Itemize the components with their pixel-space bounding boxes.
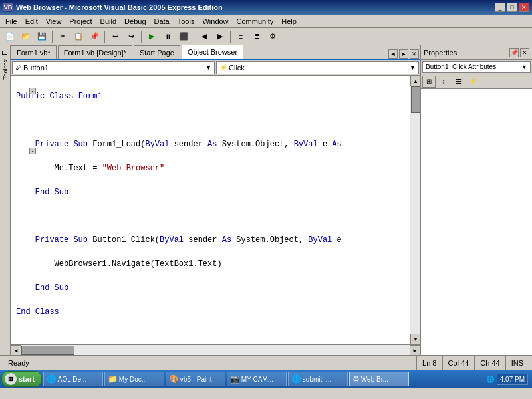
nav-back-button[interactable]: ◀ <box>197 29 211 44</box>
props-close-button[interactable]: ✕ <box>520 48 529 57</box>
code-line-8: WebBrowser1.Navigate(TextBox1.Text) <box>16 259 222 269</box>
h-scroll-thumb[interactable] <box>21 346 74 355</box>
code-content[interactable]: Public Class Form1 Private Sub Form1_Loa… <box>11 76 410 344</box>
taskbar-icon-5: ⚙ <box>352 374 360 384</box>
scroll-right-arrow[interactable]: ► <box>410 345 420 356</box>
taskbar-icon-2: 🎨 <box>169 374 179 384</box>
maximize-button[interactable]: □ <box>507 3 517 12</box>
status-ln: Ln 8 <box>417 356 442 370</box>
tab-start-page[interactable]: Start Page <box>134 45 180 59</box>
scroll-thumb[interactable] <box>411 86 420 113</box>
menu-tools[interactable]: Tools <box>174 16 199 27</box>
props-grid-view-button[interactable]: ⊞ <box>422 76 436 88</box>
dropdown-bar: 🖊 Button1 ▼ ⚡ Click ▼ <box>11 60 420 76</box>
collapse-btn-1[interactable]: - <box>29 88 36 94</box>
toolbox-tab[interactable]: Toolbox <box>1 58 9 81</box>
tab-object-browser[interactable]: Object Browser <box>182 45 243 59</box>
toolbar-separator-2 <box>104 31 105 43</box>
taskbar: ⊞ start 🌐 AOL De... 📁 My Doc... 🎨 vb5 - … <box>0 370 532 388</box>
toolbar-extra-3[interactable]: ⚙ <box>265 29 280 44</box>
menu-help[interactable]: Help <box>277 16 301 27</box>
toolbar-separator-1 <box>52 31 53 43</box>
taskbar-label-2: vb5 - Paint <box>180 376 212 383</box>
status-ch: Ch 44 <box>475 356 505 370</box>
nav-forward-button[interactable]: ▶ <box>213 29 227 44</box>
collapse-btn-2[interactable]: - <box>29 148 36 154</box>
editor-v-scrollbar[interactable]: ▲ ▼ <box>410 76 420 344</box>
menu-build[interactable]: Build <box>96 16 120 27</box>
procedure-icon: ⚡ <box>219 64 227 71</box>
undo-button[interactable]: ↩ <box>108 29 122 44</box>
props-pin-button[interactable]: 📌 <box>509 48 519 57</box>
toolbar-separator-3 <box>141 31 142 43</box>
pause-button[interactable]: ⏸ <box>160 29 175 44</box>
props-properties-button[interactable]: ☰ <box>452 76 465 88</box>
tab-form1-design[interactable]: Form1.vb [Design]* <box>58 45 132 59</box>
taskbar-label-1: My Doc... <box>119 376 147 383</box>
props-sort-button[interactable]: ↕ <box>437 76 450 88</box>
taskbar-item-2[interactable]: 🎨 vb5 - Paint <box>166 372 225 386</box>
taskbar-label-5: Web Br... <box>361 376 388 383</box>
tab-close-icon[interactable]: ✕ <box>410 49 419 59</box>
object-icon: 🖊 <box>15 64 22 71</box>
menu-project[interactable]: Project <box>65 16 96 27</box>
title-bar-text: Web Browser - Microsoft Visual Basic 200… <box>16 3 223 11</box>
properties-dropdown[interactable]: Button1_Click Attributes ▼ <box>421 60 532 74</box>
properties-object-select[interactable]: Button1_Click Attributes ▼ <box>422 61 531 73</box>
error-list-tab[interactable]: E <box>1 48 9 58</box>
start-button[interactable]: ▶ <box>144 29 159 44</box>
close-button[interactable]: ✕ <box>519 3 529 12</box>
menu-community[interactable]: Community <box>233 16 278 27</box>
scroll-up-arrow[interactable]: ▲ <box>410 76 420 86</box>
editor-h-scrollbar[interactable]: ◄ ► <box>11 344 420 355</box>
paste-button[interactable]: 📌 <box>87 29 102 44</box>
new-project-button[interactable]: 📄 <box>3 29 17 44</box>
menu-file[interactable]: File <box>1 16 21 27</box>
toolbar-extra-1[interactable]: ≡ <box>233 29 248 44</box>
copy-button[interactable]: 📋 <box>71 29 86 44</box>
properties-panel: Properties 📌 ✕ Button1_Click Attributes … <box>420 45 532 355</box>
code-editor[interactable]: Public Class Form1 Private Sub Form1_Loa… <box>11 76 420 344</box>
status-col: Col 44 <box>443 356 475 370</box>
scroll-track <box>410 86 420 334</box>
procedure-dropdown[interactable]: ⚡ Click ▼ <box>216 61 419 74</box>
props-events-button[interactable]: ⚡ <box>466 76 479 88</box>
scroll-down-arrow[interactable]: ▼ <box>410 334 420 344</box>
object-dropdown[interactable]: 🖊 Button1 ▼ <box>12 61 215 74</box>
save-button[interactable]: 💾 <box>35 29 49 44</box>
menu-data[interactable]: Data <box>150 16 174 27</box>
taskbar-label-4: submit :... <box>303 376 331 383</box>
title-bar-buttons: _ □ ✕ <box>495 3 529 12</box>
procedure-dropdown-arrow: ▼ <box>410 65 416 71</box>
menu-bar: File Edit View Project Build Debug Data … <box>0 15 532 28</box>
taskbar-item-3[interactable]: 📷 MY CAM... <box>227 372 287 386</box>
stop-button[interactable]: ⬛ <box>176 29 191 44</box>
tab-scroll-left[interactable]: ◄ <box>388 49 398 59</box>
menu-window[interactable]: Window <box>198 16 232 27</box>
main-area: E Toolbox Form1.vb* Form1.vb [Design]* S… <box>0 45 532 355</box>
menu-debug[interactable]: Debug <box>120 16 150 27</box>
taskbar-item-5[interactable]: ⚙ Web Br... <box>349 372 409 386</box>
taskbar-item-0[interactable]: 🌐 AOL De... <box>43 372 103 386</box>
open-button[interactable]: 📂 <box>19 29 33 44</box>
properties-toolbar: ⊞ ↕ ☰ ⚡ <box>421 74 532 89</box>
props-select-arrow: ▼ <box>521 64 527 70</box>
code-line-3: Private Sub Form1_Load(ByVal sender As S… <box>16 140 342 149</box>
toolbar-separator-5 <box>230 31 231 43</box>
title-bar: VB Web Browser - Microsoft Visual Basic … <box>0 0 532 15</box>
start-button[interactable]: ⊞ start <box>1 371 42 387</box>
menu-view[interactable]: View <box>42 16 66 27</box>
menu-edit[interactable]: Edit <box>21 16 42 27</box>
tab-nav-area: ◄ ► ✕ <box>388 49 420 59</box>
taskbar-language-icon: 🌐 <box>486 376 494 383</box>
cut-button[interactable]: ✂ <box>55 29 70 44</box>
code-line-4: Me.Text = "Web Browser" <box>16 164 164 173</box>
taskbar-item-1[interactable]: 📁 My Doc... <box>104 372 164 386</box>
tab-scroll-right[interactable]: ► <box>399 49 408 59</box>
redo-button[interactable]: ↪ <box>124 29 138 44</box>
scroll-left-arrow[interactable]: ◄ <box>11 345 21 356</box>
tab-form1-vb[interactable]: Form1.vb* <box>11 45 57 59</box>
toolbar-extra-2[interactable]: ≣ <box>249 29 264 44</box>
taskbar-item-4[interactable]: 🌐 submit :... <box>288 372 348 386</box>
minimize-button[interactable]: _ <box>495 3 505 12</box>
